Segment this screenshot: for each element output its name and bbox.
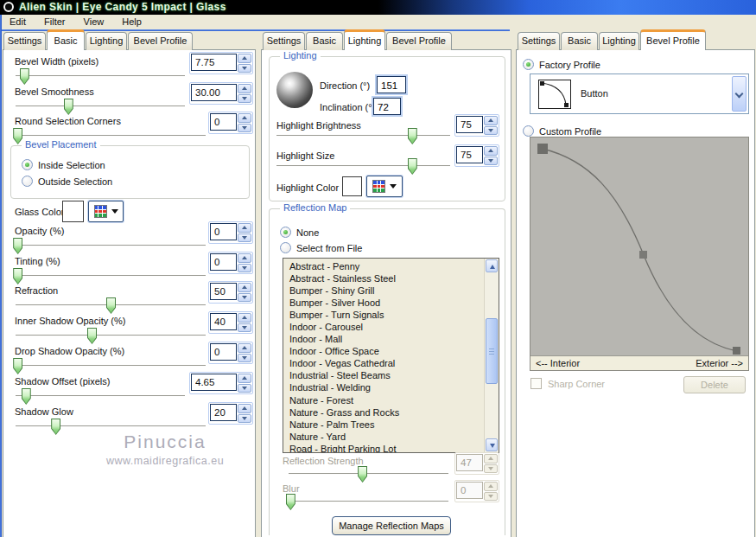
spinner-up-icon[interactable] [238, 404, 251, 413]
reflection-from-file-radio[interactable] [280, 242, 291, 253]
round-corners-slider[interactable] [16, 135, 206, 137]
dropdown-open-button[interactable] [732, 76, 746, 112]
slider-thumb[interactable] [106, 297, 116, 314]
menu-filter[interactable]: Filter [36, 15, 73, 29]
spinner-down-icon[interactable] [238, 323, 251, 333]
slider-thumb[interactable] [13, 238, 22, 254]
round-corners-input[interactable] [210, 113, 237, 131]
shadow-offset-input[interactable] [191, 374, 237, 391]
spinner-down-icon[interactable] [238, 384, 251, 393]
inclination-input[interactable] [373, 98, 401, 115]
left-tab-bevel-profile[interactable]: Bevel Profile [128, 32, 193, 50]
refraction-input[interactable] [210, 283, 237, 300]
list-item[interactable]: Industrial - Steel Beams [289, 369, 484, 381]
tinting-slider[interactable] [16, 275, 206, 277]
spinner-up-icon[interactable] [238, 343, 251, 353]
reflection-none-radio[interactable] [280, 227, 291, 238]
bevel-width-slider[interactable] [16, 75, 185, 77]
slider-thumb[interactable] [13, 358, 22, 374]
highlight-brightness-input[interactable] [456, 116, 483, 133]
list-item[interactable]: Nature - Palm Trees [289, 419, 484, 431]
highlight-color-swatch[interactable] [342, 176, 362, 196]
list-item[interactable]: Bumper - Silver Hood [289, 297, 484, 309]
right-tab-lighting[interactable]: Lighting [599, 32, 639, 50]
menu-help[interactable]: Help [114, 15, 149, 29]
spinner-up-icon[interactable] [238, 283, 251, 292]
spinner-down-icon[interactable] [238, 293, 251, 303]
slider-thumb[interactable] [64, 99, 73, 115]
left-tab-settings[interactable]: Settings [3, 32, 46, 50]
spinner-down-icon[interactable] [238, 264, 251, 273]
spinner-down-icon[interactable] [238, 64, 251, 74]
light-direction-ball[interactable] [276, 72, 313, 108]
spinner-up-icon[interactable] [238, 253, 251, 263]
right-tab-bevel-profile[interactable]: Bevel Profile [640, 29, 706, 50]
spinner-down-icon[interactable] [238, 233, 251, 243]
spinner-up-icon[interactable] [238, 223, 251, 233]
list-item[interactable]: Abstract - Penny [289, 260, 484, 272]
factory-profile-dropdown[interactable]: Button [530, 74, 749, 114]
spinner-up-icon[interactable] [238, 84, 251, 93]
spinner-up-icon[interactable] [484, 146, 498, 156]
scroll-down-icon[interactable] [486, 438, 498, 451]
list-item[interactable]: Bumper - Shiny Grill [289, 284, 484, 297]
glass-color-picker-button[interactable] [88, 201, 124, 222]
mid-tab-bevel-profile[interactable]: Bevel Profile [386, 32, 452, 50]
factory-profile-radio[interactable] [523, 59, 534, 70]
list-item[interactable]: Road - Bright Parking Lot [289, 443, 484, 453]
right-tab-basic[interactable]: Basic [561, 32, 598, 50]
scrollbar-thumb[interactable] [486, 318, 498, 384]
list-item[interactable]: Bumper - Turn Signals [289, 309, 484, 321]
list-item[interactable]: Indoor - Office Space [289, 345, 484, 357]
slider-thumb[interactable] [408, 158, 417, 175]
scroll-up-icon[interactable] [486, 259, 498, 272]
shadow-glow-slider[interactable] [16, 425, 206, 427]
spinner-down-icon[interactable] [238, 414, 251, 424]
shadow-glow-input[interactable] [210, 404, 237, 421]
curve-handle-end[interactable] [733, 347, 740, 355]
mid-tab-settings[interactable]: Settings [263, 32, 305, 50]
mid-tab-basic[interactable]: Basic [306, 32, 343, 50]
spinner-down-icon[interactable] [484, 157, 498, 166]
spinner-down-icon[interactable] [484, 126, 498, 136]
bevel-profile-curve-editor[interactable]: <-- Interior Exterior --> [530, 137, 749, 371]
tinting-input[interactable] [210, 253, 237, 271]
direction-input[interactable] [377, 76, 406, 93]
slider-thumb[interactable] [13, 268, 22, 284]
list-item[interactable]: Nature - Grass and Rocks [289, 406, 484, 419]
left-tab-lighting[interactable]: Lighting [86, 32, 127, 50]
inner-shadow-input[interactable] [210, 313, 237, 330]
list-item[interactable]: Abstract - Stainless Steel [289, 272, 484, 284]
spinner-up-icon[interactable] [238, 54, 251, 63]
custom-profile-radio[interactable] [523, 125, 534, 137]
highlight-color-picker-button[interactable] [366, 176, 403, 197]
slider-thumb[interactable] [22, 388, 31, 405]
inner-shadow-slider[interactable] [16, 335, 206, 336]
spinner-up-icon[interactable] [238, 374, 251, 383]
glass-color-swatch[interactable] [62, 201, 84, 222]
right-tab-settings[interactable]: Settings [518, 32, 560, 50]
spinner-up-icon[interactable] [238, 113, 251, 123]
highlight-brightness-slider[interactable] [276, 135, 450, 137]
slider-thumb[interactable] [87, 328, 97, 344]
manage-reflection-maps-button[interactable]: Manage Reflection Maps [332, 516, 451, 535]
bevel-smoothness-input[interactable] [191, 84, 237, 101]
list-item[interactable]: Indoor - Vegas Cathedral [289, 357, 484, 369]
bevel-smoothness-slider[interactable] [16, 105, 185, 107]
refraction-slider[interactable] [16, 304, 206, 306]
spinner-up-icon[interactable] [484, 116, 498, 125]
highlight-size-input[interactable] [456, 146, 483, 163]
shadow-offset-slider[interactable] [16, 395, 185, 397]
inside-selection-radio[interactable] [22, 159, 33, 170]
menu-edit[interactable]: Edit [2, 15, 34, 29]
spinner-down-icon[interactable] [238, 94, 251, 104]
list-item[interactable]: Nature - Yard [289, 431, 484, 443]
list-item[interactable]: Industrial - Welding [289, 381, 484, 393]
left-tab-basic[interactable]: Basic [47, 29, 85, 50]
list-item[interactable]: Indoor - Carousel [289, 321, 484, 333]
curve-handle-mid[interactable] [639, 251, 647, 259]
spinner-up-icon[interactable] [238, 313, 251, 323]
curve-handle-start[interactable] [537, 144, 548, 154]
slider-thumb[interactable] [408, 128, 417, 144]
drop-shadow-input[interactable] [210, 343, 237, 361]
